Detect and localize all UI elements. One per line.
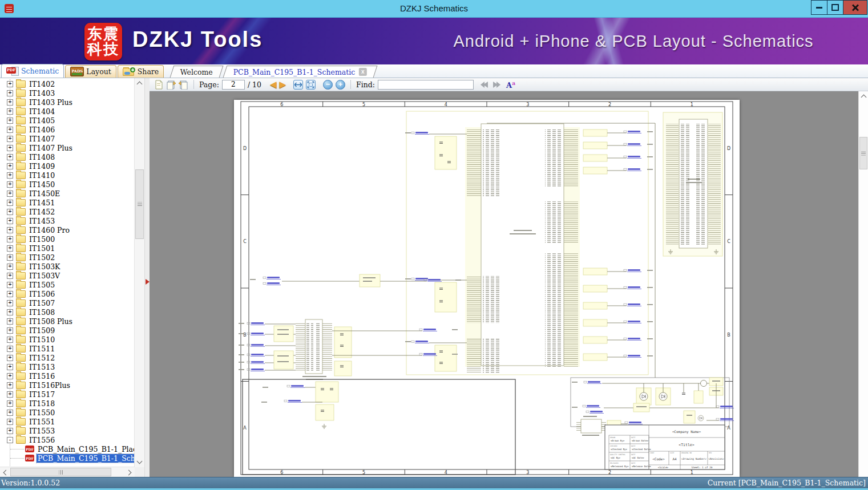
tree-item[interactable]: + PDF IT1404 (0, 107, 135, 116)
fit-page-button[interactable] (306, 80, 316, 90)
scroll-down-icon[interactable] (137, 460, 142, 464)
tree-item[interactable]: + PDF IT1508 Plus (0, 317, 135, 326)
tree-expander[interactable]: + (7, 428, 13, 434)
tree-item[interactable]: + PDF IT1402 (0, 79, 135, 88)
tree-expander[interactable]: + (7, 391, 13, 398)
tree-expander[interactable]: + (7, 273, 13, 279)
tree-expander[interactable]: + (7, 419, 13, 425)
single-page-icon[interactable] (154, 80, 163, 90)
scroll-left-icon[interactable] (3, 469, 7, 474)
minimize-button[interactable] (811, 0, 827, 15)
tree-expander[interactable]: + (7, 154, 13, 160)
tree-expander[interactable]: + (7, 373, 13, 379)
tree-item[interactable]: + PDF IT1508 (0, 307, 135, 317)
tree-expander[interactable]: + (7, 346, 13, 352)
tree-item[interactable]: + PDF IT1507 (0, 298, 135, 307)
tree-expander[interactable]: + (7, 254, 13, 261)
tree-expander[interactable]: + (7, 400, 13, 407)
tree-item[interactable]: + PDF IT1506 (0, 289, 135, 298)
tree-expander[interactable]: + (7, 355, 13, 361)
tree-expander[interactable]: + (7, 200, 13, 206)
doc-tab-welcome[interactable]: Welcome (170, 66, 224, 78)
tree-expander[interactable]: + (7, 291, 13, 297)
tree-item[interactable]: + PDF IT1410 (0, 171, 135, 180)
doc-tab-schematic[interactable]: PCB_Main_C195_B1-1_Schematic x (223, 66, 377, 78)
tree-expander[interactable]: + (7, 309, 13, 315)
tree-expander[interactable]: + (7, 382, 13, 388)
font-size-icon[interactable]: Aa (506, 80, 515, 89)
tab-schematic[interactable]: PDF Schematic (1, 64, 64, 78)
tree-item[interactable]: PDF PCB_Main_C195_B1-1_Placement (0, 444, 135, 453)
tree-item[interactable]: + PDF IT1511 (0, 344, 135, 353)
tree-item[interactable]: + PDF IT1503V (0, 271, 135, 280)
tree-expander[interactable]: + (7, 163, 13, 169)
zoom-in-button[interactable]: + (336, 80, 345, 90)
tree-expander[interactable]: + (7, 81, 13, 87)
tree-expander[interactable]: + (7, 236, 13, 242)
schematic-page[interactable]: 6 5 4 3 2 1 6 5 4 3 2 1 D C B (234, 100, 740, 477)
tree-expander[interactable]: + (7, 172, 13, 179)
tree-item[interactable]: + PDF IT1406 (0, 125, 135, 134)
viewer-scroll-up-icon[interactable] (861, 94, 866, 99)
viewer-canvas[interactable]: 6 5 4 3 2 1 6 5 4 3 2 1 D C B (150, 91, 868, 477)
tree-item[interactable]: + PDF IT1452 (0, 207, 135, 216)
tree-item[interactable]: + PDF IT1453 (0, 216, 135, 225)
tree-expander[interactable]: + (7, 108, 13, 115)
tree-item[interactable]: + PDF IT1450 (0, 180, 135, 189)
tree-item[interactable]: + PDF IT1550 (0, 408, 135, 417)
tree-item[interactable]: PDF PCB_Main_C195_B1-1_Schematic (0, 453, 135, 463)
tree-expander[interactable]: + (7, 127, 13, 133)
find-input[interactable] (378, 80, 474, 90)
find-next-icon[interactable] (492, 81, 501, 88)
page-number-input[interactable] (222, 80, 245, 90)
sidebar-vertical-scrollbar[interactable] (134, 78, 144, 467)
tree-item[interactable]: + PDF IT1517 (0, 390, 135, 399)
tab-close-icon[interactable]: x (359, 68, 367, 76)
prev-page-button[interactable]: ◀ (270, 80, 277, 89)
tree-item[interactable]: + PDF IT1509 (0, 326, 135, 335)
maximize-button[interactable] (827, 0, 843, 15)
tree-item[interactable]: + PDF IT1551 (0, 417, 135, 426)
tab-layout[interactable]: PADS Layout (65, 65, 116, 78)
tree-item[interactable]: + PDF IT1501 (0, 244, 135, 253)
tree-expander[interactable]: + (7, 99, 13, 106)
tree-expander[interactable]: + (7, 318, 13, 325)
tree-expander[interactable]: + (7, 264, 13, 270)
tree-expander[interactable]: + (7, 209, 13, 215)
find-previous-icon[interactable] (480, 81, 489, 88)
tree-item[interactable]: + PDF IT1518 (0, 399, 135, 408)
splitter-collapse-icon[interactable] (146, 279, 150, 285)
sidebar-horizontal-scrollbar[interactable] (0, 467, 135, 477)
tree-item[interactable]: + PDF IT1450E (0, 189, 135, 198)
next-page-button[interactable]: ▶ (280, 80, 286, 89)
viewer-vscroll-thumb[interactable] (859, 137, 867, 169)
prev-view-page-icon[interactable] (166, 80, 176, 90)
tree-item[interactable]: + PDF IT1405 (0, 116, 135, 125)
tree-item[interactable]: + PDF IT1408 (0, 152, 135, 161)
tree-item[interactable]: + PDF IT1516Plus (0, 380, 135, 390)
tree-item[interactable]: + PDF IT1403 Plus (0, 98, 135, 107)
tree-expander[interactable]: + (7, 136, 13, 142)
tree-expander[interactable]: + (7, 410, 13, 416)
tree-expander[interactable]: - (7, 437, 13, 443)
tree-item[interactable]: + PDF IT1510 (0, 335, 135, 344)
tree-expander[interactable]: + (7, 191, 13, 197)
tab-share[interactable]: Share (118, 65, 164, 78)
tree-item[interactable]: + PDF IT1407 (0, 134, 135, 143)
close-button[interactable] (843, 0, 867, 15)
tree-expander[interactable]: + (7, 227, 13, 233)
tree-expander[interactable]: + (7, 90, 13, 96)
tree-expander[interactable]: + (7, 145, 13, 151)
sidebar-vscroll-thumb[interactable] (135, 169, 144, 239)
scroll-up-icon[interactable] (137, 81, 142, 86)
tree-item[interactable]: + PDF IT1451 (0, 198, 135, 207)
tree-expander[interactable]: + (7, 337, 13, 343)
tree-item[interactable]: + PDF IT1460 Pro (0, 225, 135, 234)
tree-expander[interactable]: + (7, 327, 13, 334)
tree-expander[interactable]: + (7, 282, 13, 288)
tree-expander[interactable]: + (7, 364, 13, 370)
tree-item[interactable]: + PDF IT1516 (0, 371, 135, 380)
tree-expander[interactable]: + (7, 218, 13, 224)
viewer-vertical-scrollbar[interactable] (858, 91, 868, 477)
next-view-page-icon[interactable] (179, 80, 188, 90)
